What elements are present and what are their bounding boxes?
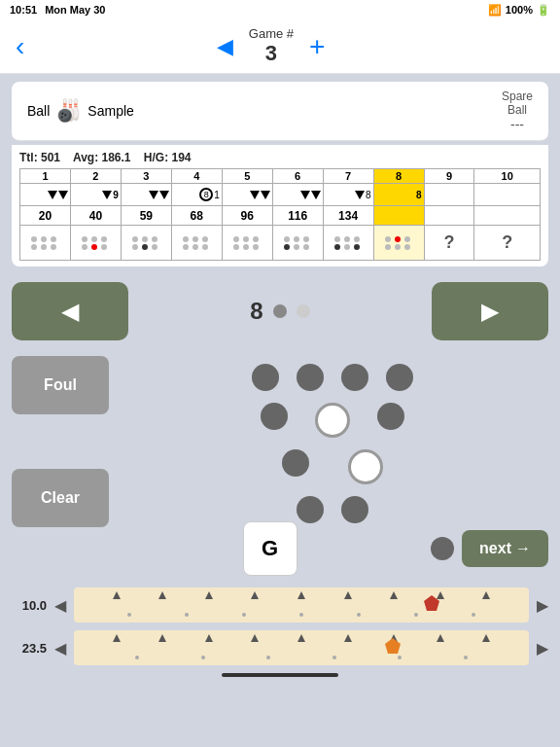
next-arrow-icon: →	[515, 540, 531, 557]
score-area: Ttl: 501 Avg: 186.1 H/G: 194 1 2 3 4 5 6…	[12, 145, 548, 267]
frame-marks-5	[222, 184, 272, 206]
status-date: Mon May 30	[45, 4, 105, 16]
pin-track-9: ?	[424, 226, 474, 261]
pins-section: Foul Clear	[0, 356, 560, 527]
frame-marks-6	[272, 184, 323, 206]
next-frame-button[interactable]: ▶	[432, 282, 548, 340]
svg-marker-1	[385, 638, 401, 654]
prev-arrow-icon: ◀	[61, 298, 79, 325]
battery-label: 100%	[506, 4, 533, 16]
pin-7[interactable]	[252, 364, 279, 391]
lane-dot	[299, 613, 303, 617]
pin-extra[interactable]	[341, 496, 368, 523]
arrow-8	[437, 634, 444, 642]
pin-10[interactable]	[386, 364, 413, 391]
pin-3-ring[interactable]	[348, 449, 383, 484]
ball-dot-2	[297, 304, 310, 318]
frame-marks-8: 8	[373, 184, 424, 206]
spare-ball-label: Spare Ball	[502, 89, 533, 117]
lane-1-prev-button[interactable]: ◀	[54, 596, 66, 615]
prev-game-button[interactable]: ◀	[217, 34, 233, 59]
lane-2-dots	[74, 656, 529, 659]
arrow-2	[158, 591, 166, 599]
frame-header-10: 10	[474, 169, 541, 184]
add-game-button[interactable]: +	[309, 31, 325, 62]
pin-1[interactable]	[297, 496, 324, 523]
ball-name: Sample	[88, 103, 133, 119]
arrow-3	[205, 634, 213, 642]
home-bar	[222, 673, 338, 677]
next-button[interactable]: next →	[462, 530, 548, 567]
arrow-1	[113, 591, 121, 599]
arrow-4	[251, 634, 259, 642]
pin-8[interactable]	[297, 364, 324, 391]
back-button[interactable]: ‹	[16, 31, 24, 62]
game-label: Game #	[249, 26, 294, 41]
left-col: Foul Clear	[12, 356, 109, 527]
pin-track-6	[272, 226, 323, 261]
arrow-5	[298, 634, 305, 642]
lane-dot	[414, 613, 418, 617]
lane-2-next-button[interactable]: ▶	[537, 639, 548, 658]
battery-icon: 🔋	[537, 4, 550, 17]
foul-button[interactable]: Foul	[12, 356, 109, 414]
frame-marks-10	[474, 184, 541, 206]
svg-marker-0	[424, 595, 439, 611]
pin-5-ring[interactable]	[315, 403, 350, 438]
avg-stat: Avg: 186.1	[73, 151, 131, 164]
game-number: 3	[265, 41, 277, 66]
lane-1-next-button[interactable]: ▶	[537, 596, 548, 615]
arrow-9	[482, 634, 490, 642]
next-arrow-icon: ▶	[481, 298, 499, 325]
running-score-row: 20 40 59 68 96 116 134	[20, 206, 541, 226]
running-score-3: 59	[121, 206, 171, 226]
running-score-6: 116	[272, 206, 323, 226]
frame-header-7: 7	[323, 169, 373, 184]
next-label: next	[479, 540, 511, 557]
extra-pin[interactable]	[431, 537, 454, 560]
frame-header-8: 8	[373, 169, 424, 184]
wifi-icon: 📶	[488, 4, 502, 17]
pin-track-1	[20, 226, 71, 261]
g-button[interactable]: G	[243, 521, 298, 576]
lane-2-position: 23.5	[12, 641, 47, 656]
lane-dot	[332, 656, 336, 659]
pin-track-7	[323, 226, 373, 261]
running-score-9	[424, 206, 474, 226]
pin-9[interactable]	[341, 364, 368, 391]
header: ‹ ◀ Game # 3 +	[0, 19, 560, 74]
prev-frame-button[interactable]: ◀	[12, 282, 128, 340]
frame-header-5: 5	[222, 169, 272, 184]
lane-row-2: 23.5 ◀	[12, 630, 548, 665]
status-time: 10:51	[10, 4, 37, 16]
pin-track-3	[121, 226, 171, 261]
arrow-2	[158, 634, 166, 642]
lane-row-1: 10.0 ◀	[12, 587, 548, 622]
ball-section[interactable]: Ball 🎳 Sample	[27, 98, 134, 124]
score-table: 1 2 3 4 5 6 7 8 9 10	[19, 168, 541, 261]
lane-2-arrows	[74, 634, 529, 642]
ball-dot-1	[273, 304, 287, 318]
frame-header-2: 2	[70, 169, 121, 184]
lane-2-prev-button[interactable]: ◀	[54, 639, 66, 658]
spare-ball-value: ---	[510, 117, 524, 132]
lane-2-diagram	[74, 630, 529, 665]
lane-dot	[242, 613, 246, 617]
pin-4[interactable]	[261, 403, 288, 430]
frame-header-3: 3	[121, 169, 171, 184]
arrow-1	[113, 634, 121, 642]
pin-6[interactable]	[377, 403, 404, 430]
home-indicator	[0, 673, 560, 677]
arrow-6	[344, 591, 352, 599]
clear-button[interactable]: Clear	[12, 469, 109, 527]
lanes-area: 10.0 ◀	[12, 587, 548, 665]
running-score-8	[373, 206, 424, 226]
pin-2[interactable]	[282, 449, 309, 477]
pin-track-8	[373, 226, 424, 261]
frame-marks-7: 8	[323, 184, 373, 206]
total-stat: Ttl: 501	[19, 151, 60, 164]
frame-marks-3	[121, 184, 171, 206]
lane-1-arrows	[74, 591, 529, 599]
running-score-4: 68	[171, 206, 222, 226]
spare-ball-section[interactable]: Spare Ball ---	[502, 89, 533, 132]
